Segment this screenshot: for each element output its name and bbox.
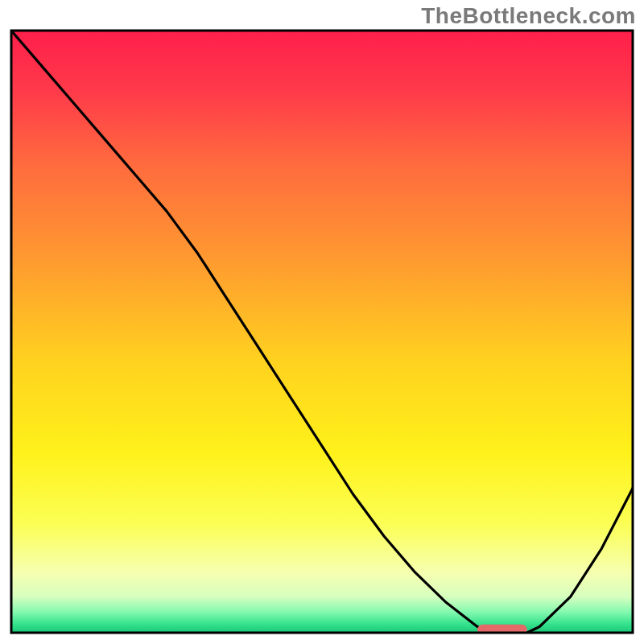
chart-svg — [0, 0, 644, 644]
bottleneck-chart: TheBottleneck.com — [0, 0, 644, 644]
gradient-background — [11, 31, 633, 633]
